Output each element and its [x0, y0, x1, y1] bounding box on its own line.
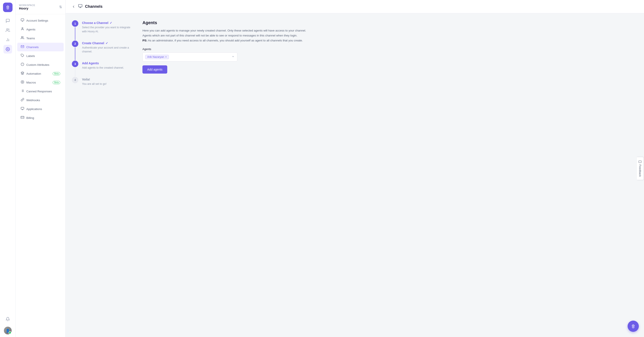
- svg-rect-29: [78, 4, 82, 7]
- main-content: Channels 1 Choose a Channel ✓ Select the…: [66, 0, 644, 337]
- svg-point-16: [21, 80, 24, 83]
- step-1-circle: 1: [72, 20, 78, 27]
- sidebar-item-label: Custom Attributes: [26, 63, 60, 66]
- sidebar-item-webhooks[interactable]: Webhooks: [17, 96, 64, 104]
- step-2-circle: 2: [72, 40, 78, 47]
- user-avatar[interactable]: 👤: [4, 327, 12, 334]
- sidebar-item-label: Applications: [26, 108, 60, 111]
- step-1: 1 Choose a Channel ✓ Select the provider…: [72, 20, 132, 40]
- notifications-bell-icon[interactable]: [4, 315, 12, 324]
- step-2-desc: Authenticate your account and create a c…: [82, 46, 132, 54]
- svg-rect-7: [21, 19, 24, 21]
- sidebar-item-billing[interactable]: Billing: [17, 114, 64, 122]
- feedback-label: Feedback: [638, 164, 642, 177]
- applications-icon: [21, 107, 24, 111]
- rail-contacts-icon[interactable]: [4, 26, 12, 34]
- automation-icon: [21, 72, 24, 76]
- step-3-title: Add Agents: [82, 62, 132, 65]
- step-3-line: [75, 68, 75, 76]
- sidebar-nav: Account Settings Agents Team: [16, 14, 66, 337]
- step-3: 3 Add Agents Add agents to the created c…: [72, 61, 132, 77]
- svg-point-33: [633, 325, 634, 326]
- sidebar-item-applications[interactable]: Applications: [17, 105, 64, 113]
- select-chevron-icon: [232, 55, 234, 59]
- step-4-content: Voila! You are all set to go!: [82, 77, 132, 93]
- step-2-check-icon: ✓: [106, 42, 108, 45]
- workspace-chevron-icon[interactable]: ⇅: [59, 5, 62, 9]
- svg-point-17: [22, 82, 23, 82]
- workspace-info: Workspace Hoory: [19, 4, 35, 10]
- sidebar-item-label: Webhooks: [26, 98, 60, 102]
- sidebar-item-agents[interactable]: Agents: [17, 25, 64, 34]
- labels-icon: [21, 54, 24, 58]
- step-2: 2 Create Channel ✓ Authenticate your acc…: [72, 40, 132, 61]
- step-4-circle: 4: [72, 77, 78, 83]
- step-1-desc: Select the provider you want to integrat…: [82, 26, 132, 34]
- svg-point-10: [22, 28, 23, 29]
- step-2-content: Create Channel ✓ Authenticate your accou…: [82, 40, 132, 61]
- page-title: Channels: [85, 4, 102, 9]
- sidebar-item-automation[interactable]: Automation Beta: [17, 69, 64, 78]
- canned-responses-icon: [21, 89, 24, 94]
- agents-ps-content: As an administrator, if you need access …: [148, 39, 303, 42]
- agent-tag-remove-icon[interactable]: ×: [165, 56, 167, 58]
- agents-ps-text: PS:: [142, 39, 148, 42]
- sidebar-item-label: Canned Responses: [26, 90, 60, 93]
- feedback-tab[interactable]: Feedback: [637, 157, 644, 180]
- svg-rect-24: [21, 107, 24, 109]
- step-4-title: Voila!: [82, 78, 132, 81]
- app-logo[interactable]: [3, 2, 12, 12]
- sidebar-item-custom-attributes[interactable]: Custom Attributes: [17, 60, 64, 69]
- step-1-line: [75, 27, 75, 40]
- automation-badge: Beta: [53, 72, 60, 75]
- sidebar-item-label: Macros: [26, 81, 50, 84]
- svg-point-11: [21, 36, 22, 38]
- sidebar-item-label: Labels: [26, 54, 60, 58]
- step-1-left: 1: [72, 20, 78, 40]
- agent-tag-arik: Arik Nazaryan ×: [145, 55, 169, 59]
- sidebar: Workspace Hoory ⇅ Account Settings Agent…: [16, 0, 66, 337]
- svg-point-2: [6, 29, 8, 30]
- channels-page-icon: [78, 4, 82, 9]
- sidebar-item-channels[interactable]: Channels: [17, 43, 64, 51]
- step-3-circle: 3: [72, 61, 78, 67]
- step-2-left: 2: [72, 40, 78, 61]
- sidebar-item-teams[interactable]: Teams: [17, 34, 64, 42]
- sidebar-item-label: Teams: [26, 37, 60, 40]
- add-agents-button[interactable]: Add agents: [142, 65, 167, 74]
- workspace-header[interactable]: Workspace Hoory ⇅: [16, 0, 66, 14]
- workspace-label: Workspace: [19, 4, 35, 6]
- account-settings-icon: [21, 18, 24, 23]
- sidebar-item-label: Automation: [26, 72, 50, 75]
- sidebar-item-label: Channels: [26, 46, 60, 49]
- svg-point-6: [7, 49, 8, 50]
- sidebar-item-label: Billing: [26, 116, 60, 120]
- webhooks-icon: [21, 98, 24, 102]
- back-button[interactable]: [72, 5, 76, 9]
- custom-attributes-icon: [21, 62, 24, 67]
- step-1-content: Choose a Channel ✓ Select the provider y…: [82, 20, 132, 40]
- agent-select-dropdown[interactable]: Arik Nazaryan ×: [142, 52, 238, 62]
- step-4-desc: You are all set to go!: [82, 82, 132, 86]
- rail-settings-icon[interactable]: [4, 45, 12, 54]
- step-4: 4 Voila! You are all set to go!: [72, 77, 132, 93]
- macros-icon: [21, 80, 24, 84]
- sidebar-item-labels[interactable]: Labels: [17, 52, 64, 60]
- rail-conversations-icon[interactable]: [4, 16, 12, 25]
- macros-badge: Beta: [53, 81, 60, 84]
- sidebar-item-canned-responses[interactable]: Canned Responses: [17, 87, 64, 96]
- agent-select-wrapper: Arik Nazaryan ×: [142, 52, 238, 62]
- step-1-check-icon: ✓: [110, 21, 112, 24]
- sidebar-item-account-settings[interactable]: Account Settings: [17, 16, 64, 25]
- agents-section-title: Agents: [142, 20, 638, 25]
- step-1-title: Choose a Channel ✓: [82, 21, 132, 24]
- sidebar-item-macros[interactable]: Macros Beta: [17, 78, 64, 87]
- sidebar-item-label: Agents: [26, 28, 60, 31]
- step-2-line: [75, 48, 75, 60]
- agents-field-label: Agents: [142, 48, 638, 51]
- rail-reports-icon[interactable]: [4, 36, 12, 44]
- workspace-name: Hoory: [19, 6, 35, 10]
- chatbot-button[interactable]: [628, 320, 639, 332]
- content-area: 1 Choose a Channel ✓ Select the provider…: [66, 14, 644, 337]
- svg-point-1: [7, 6, 8, 7]
